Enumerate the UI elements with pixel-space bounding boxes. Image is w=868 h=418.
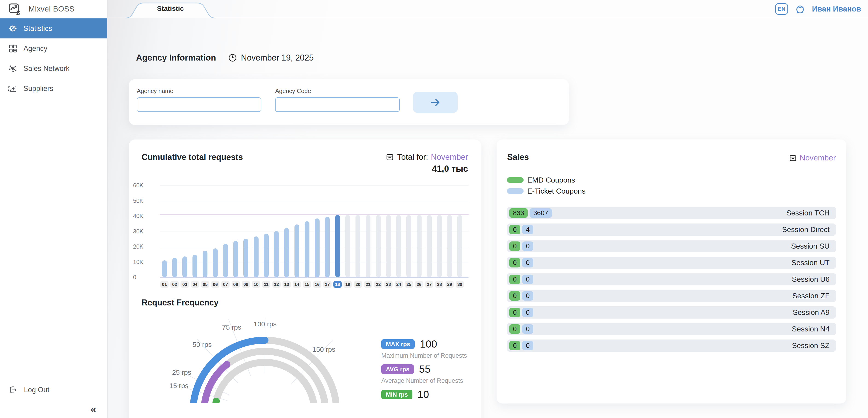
sidebar-item-sales-network[interactable]: Sales Network <box>0 59 107 78</box>
gauge-arc-min-rps <box>216 401 216 403</box>
stat-group-avg: AVG rps55Average Number of Requests <box>381 363 478 384</box>
session-name: Session TCH <box>786 209 830 217</box>
emd-count-badge: 833 <box>509 208 528 218</box>
x-axis-day-label: 17 <box>323 281 332 288</box>
eticket-count-badge: 0 <box>522 308 533 317</box>
bar-day-27 <box>427 215 432 277</box>
bar-day-07 <box>223 244 228 277</box>
page-title: Agency Information <box>136 53 216 63</box>
x-axis-day-label: 14 <box>292 281 301 288</box>
sidebar-item-label: Agency <box>24 44 47 53</box>
x-axis-day-label: 15 <box>303 281 311 288</box>
search-submit-button[interactable] <box>413 92 458 113</box>
sidebar-item-label: Sales Network <box>24 64 69 73</box>
sidebar-item-agency[interactable]: Agency <box>0 38 107 59</box>
sales-card-title: Sales <box>507 152 529 162</box>
emd-count-badge: 0 <box>509 258 520 267</box>
sales-month-selector[interactable]: November <box>789 153 836 162</box>
x-axis-day-label: 03 <box>181 281 189 288</box>
eticket-count-badge: 0 <box>522 324 533 334</box>
page: B Mixvel BOSS StatisticsAgencySales Netw… <box>0 0 868 418</box>
bar-day-20 <box>355 215 360 277</box>
request-frequency-gauge: 15 rps25 rps50 rps75 rps100 rps150 rps <box>150 318 368 403</box>
x-axis-day-label: 16 <box>313 281 321 288</box>
x-axis-day-label: 25 <box>405 281 413 288</box>
bar-day-23 <box>386 215 391 277</box>
x-axis-day-label: 30 <box>456 281 464 288</box>
gauge-scale-label: 75 rps <box>222 323 241 331</box>
eticket-count-badge: 0 <box>522 242 533 251</box>
stat-description: Maximum Number of Requests <box>381 352 478 359</box>
y-axis-tick-label: 20K <box>133 243 154 250</box>
tab-label: Statistic <box>124 5 216 12</box>
y-axis-tick-label: 60K <box>133 182 154 189</box>
app-title: Mixvel BOSS <box>29 5 74 13</box>
x-axis-day-label: 11 <box>262 281 270 288</box>
bar-day-16 <box>315 219 319 277</box>
sidebar-divider <box>5 109 102 109</box>
svg-text:B: B <box>16 9 20 15</box>
bar-day-15 <box>305 221 309 277</box>
eticket-count-badge: 3607 <box>530 208 552 218</box>
stat-value: 100 <box>420 338 437 350</box>
cumulative-requests-card: Cumulative total requests Total for: Nov… <box>129 139 481 418</box>
bar-day-28 <box>437 215 442 277</box>
y-axis-tick-label: 30K <box>133 228 154 235</box>
stat-badge: AVG rps <box>381 364 414 374</box>
agency-name-input[interactable] <box>137 97 261 112</box>
gridline <box>160 231 468 232</box>
sales-rows: 8333607Session TCH04Session Direct00Sess… <box>507 207 836 356</box>
sales-card: Sales November EMD CouponsE-Ticket Coupo… <box>497 139 846 404</box>
bar-day-14 <box>294 224 299 277</box>
agency-name-field: Agency name <box>137 88 261 112</box>
user-avatar-icon[interactable] <box>794 3 806 15</box>
y-axis-tick-label: 50K <box>133 197 154 204</box>
bar-day-05 <box>203 251 208 277</box>
bar-day-03 <box>182 256 187 277</box>
bar-day-18 <box>335 215 340 277</box>
sales-row-session-n4: 00Session N4 <box>507 323 836 335</box>
sidebar-collapse-button[interactable]: « <box>90 403 96 415</box>
x-axis-day-label: 13 <box>282 281 291 288</box>
session-name: Session UT <box>792 258 830 267</box>
bar-day-13 <box>284 228 289 277</box>
sales-row-session-u6: 00Session U6 <box>507 273 836 285</box>
tab-statistic[interactable]: Statistic <box>124 1 216 19</box>
sidebar-item-label: Statistics <box>24 24 52 33</box>
app-logo: B Mixvel BOSS <box>0 0 107 18</box>
user-name[interactable]: Иван Иванов <box>812 5 861 13</box>
session-name: Session N4 <box>792 325 830 333</box>
gauge-scale-label: 50 rps <box>192 341 212 348</box>
language-switcher[interactable]: EN <box>775 3 788 15</box>
header-controls: EN Иван Иванов <box>775 0 861 18</box>
gauge-scale-label: 150 rps <box>312 346 335 353</box>
gauge-scale-label: 15 rps <box>169 382 188 389</box>
x-axis-day-label: 09 <box>242 281 250 288</box>
request-frequency-title: Request Frequency <box>142 298 218 308</box>
legend-swatch <box>507 188 524 194</box>
legend-label: E-Ticket Coupons <box>527 187 586 195</box>
agency-name-label: Agency name <box>137 88 261 95</box>
agency-icon <box>8 44 18 53</box>
bar-day-09 <box>243 239 248 277</box>
sidebar-nav: StatisticsAgencySales NetworkSuppliers <box>0 19 107 98</box>
session-name: Session A9 <box>793 308 830 317</box>
agency-search-card: Agency name Agency Code <box>129 79 569 125</box>
emd-count-badge: 0 <box>509 291 520 300</box>
agency-code-input[interactable] <box>275 97 400 112</box>
emd-count-badge: 0 <box>509 308 520 317</box>
logout-label: Log Out <box>24 386 49 394</box>
y-axis-tick-label: 10K <box>133 259 154 265</box>
sales-row-session-direct: 04Session Direct <box>507 224 836 236</box>
sidebar-item-statistics[interactable]: Statistics <box>0 19 107 38</box>
stat-badge: MAX rps <box>381 339 415 349</box>
logout-button[interactable]: Log Out <box>0 380 107 400</box>
sidebar: B Mixvel BOSS StatisticsAgencySales Netw… <box>0 0 107 418</box>
legend-swatch <box>507 177 524 183</box>
sidebar-item-suppliers[interactable]: Suppliers <box>0 78 107 98</box>
stat-badge: MIN rps <box>381 390 412 399</box>
x-axis-day-label: 10 <box>252 281 260 288</box>
session-name: Session SZ <box>792 341 830 350</box>
x-axis-day-label: 26 <box>415 281 423 288</box>
bar-day-11 <box>264 234 269 277</box>
